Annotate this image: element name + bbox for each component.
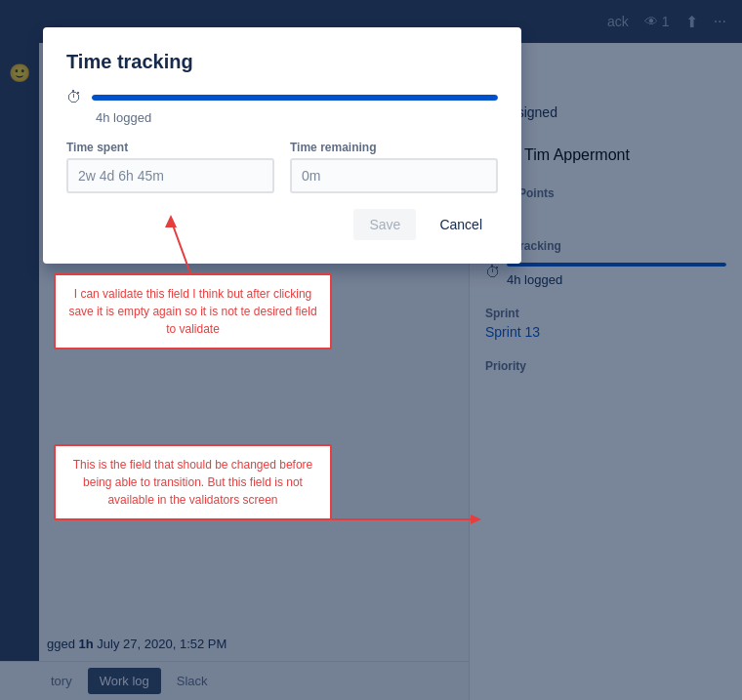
cancel-button[interactable]: Cancel [424,209,498,240]
svg-marker-3 [471,515,481,524]
time-spent-group: Time spent [66,141,274,193]
arrow-1-svg [151,210,210,278]
svg-marker-1 [165,215,177,227]
modal-actions: Save Cancel [66,209,498,240]
time-remaining-input[interactable] [290,158,498,193]
time-tracking-modal: Time tracking ⏱ 4h logged Time spent Tim… [43,27,521,264]
progress-bar-fill [92,95,498,101]
annotation-2-text: This is the field that should be changed… [73,458,313,507]
progress-container: ⏱ [66,89,498,106]
modal-title: Time tracking [66,51,498,73]
annotation-box-1: I can validate this field I think but af… [54,273,332,350]
progress-label: 4h logged [96,110,498,125]
time-form-row: Time spent Time remaining [66,141,498,193]
time-spent-label: Time spent [66,141,274,154]
svg-line-0 [171,220,190,273]
save-button[interactable]: Save [353,209,416,240]
annotation-box-2: This is the field that should be changed… [54,444,332,520]
time-spent-input[interactable] [66,158,274,193]
progress-bar-wrapper [92,95,498,101]
modal-clock-icon: ⏱ [66,89,82,106]
annotation-1-text: I can validate this field I think but af… [68,287,316,336]
arrow-2-svg [332,510,488,529]
time-remaining-label: Time remaining [290,141,498,154]
time-remaining-group: Time remaining [290,141,498,193]
modal-overlay: Time tracking ⏱ 4h logged Time spent Tim… [0,0,742,700]
